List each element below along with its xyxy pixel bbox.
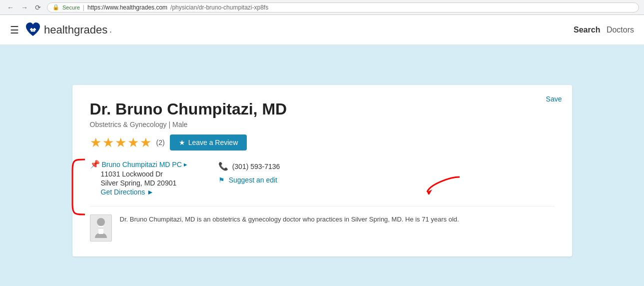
- header-search[interactable]: Search Doctors: [574, 26, 634, 34]
- url-domain: https://www.healthgrades.com: [87, 4, 167, 11]
- svg-rect-2: [98, 226, 103, 234]
- doctor-specialty: Obstetrics & Gynecology | Male: [90, 120, 555, 128]
- btn-star-icon: ★: [179, 138, 185, 146]
- ratings-row: ★ ★ ★ ★ ★ (2) ★ Leave a Review: [90, 134, 555, 150]
- practice-link[interactable]: Bruno Chumpitazi MD PC ►: [102, 160, 188, 168]
- url-separator: |: [83, 4, 84, 11]
- logo-text: healthgrades: [44, 24, 107, 36]
- forward-button[interactable]: →: [19, 2, 30, 12]
- url-path: /physician/dr-bruno-chumpitazi-xp8fs: [170, 4, 268, 11]
- bio-text: Dr. Bruno Chumpitazi, MD is an obstetric…: [120, 214, 459, 224]
- doctor-avatar: [90, 214, 112, 242]
- save-link[interactable]: Save: [546, 95, 562, 103]
- leave-review-button[interactable]: ★ Leave a Review: [170, 134, 247, 150]
- doctor-card: Save Dr. Bruno Chumpitazi, MD Obstetrics…: [72, 85, 572, 256]
- practice-name: Bruno Chumpitazi MD PC: [102, 160, 182, 168]
- star-1: ★: [90, 135, 101, 150]
- star-2: ★: [102, 135, 114, 150]
- address-line2: Silver Spring, MD 20901: [90, 179, 188, 187]
- phone-row: 📞 (301) 593-7136: [218, 162, 280, 171]
- browser-bar: ← → ⟳ 🔒 Secure | https://www.healthgrade…: [0, 0, 644, 15]
- star-5-half: ★: [140, 135, 151, 150]
- lock-icon: 🔒: [52, 4, 59, 10]
- contact-block: 📞 (301) 593-7136 ⚑ Suggest an edit: [218, 162, 280, 196]
- leave-review-label: Leave a Review: [188, 138, 238, 146]
- annotation-arrow: [425, 174, 465, 194]
- star-3: ★: [115, 135, 126, 150]
- header-left: ☰ healthgrades.: [10, 21, 112, 39]
- flag-icon: ⚑: [218, 176, 225, 184]
- address-block: 📌 Bruno Chumpitazi MD PC ► 11031 Lockwoo…: [90, 160, 188, 196]
- annotation-bracket: [65, 154, 90, 220]
- suggest-edit-link[interactable]: Suggest an edit: [229, 176, 277, 184]
- logo-dot: .: [109, 26, 111, 34]
- svg-point-1: [97, 218, 105, 226]
- phone-icon: 📞: [218, 162, 228, 171]
- suggest-row: ⚑ Suggest an edit: [218, 176, 280, 184]
- main-content: Save Dr. Bruno Chumpitazi, MD Obstetrics…: [0, 45, 644, 286]
- browser-controls: ← → ⟳: [5, 2, 43, 12]
- logo-container[interactable]: healthgrades.: [24, 21, 112, 39]
- bio-section: Dr. Bruno Chumpitazi, MD is an obstetric…: [90, 206, 555, 242]
- practice-chevron-icon: ►: [183, 162, 188, 168]
- secure-text: Secure: [62, 4, 80, 10]
- address-bar[interactable]: 🔒 Secure | https://www.healthgrades.com …: [47, 2, 639, 12]
- back-button[interactable]: ←: [5, 2, 16, 12]
- directions-chevron-icon: ►: [147, 188, 154, 196]
- directions-label: Get Directions: [101, 188, 145, 196]
- hamburger-menu[interactable]: ☰: [10, 24, 19, 36]
- star-4: ★: [127, 135, 139, 150]
- avatar-icon: [93, 217, 108, 239]
- phone-number: (301) 593-7136: [232, 162, 280, 170]
- map-pin-icon: 📌: [90, 160, 100, 169]
- address-line1: 11031 Lockwood Dr: [90, 170, 188, 178]
- search-label-light: Doctors: [607, 26, 634, 34]
- search-label-bold: Search: [574, 26, 600, 34]
- star-rating: ★ ★ ★ ★ ★: [90, 135, 151, 150]
- doctor-name: Dr. Bruno Chumpitazi, MD: [90, 100, 555, 118]
- reload-button[interactable]: ⟳: [33, 2, 43, 12]
- get-directions-link[interactable]: Get Directions ►: [90, 188, 188, 196]
- review-count: (2): [156, 138, 165, 146]
- healthgrades-logo-icon: [24, 21, 42, 39]
- site-header: ☰ healthgrades. Search Doctors: [0, 15, 644, 45]
